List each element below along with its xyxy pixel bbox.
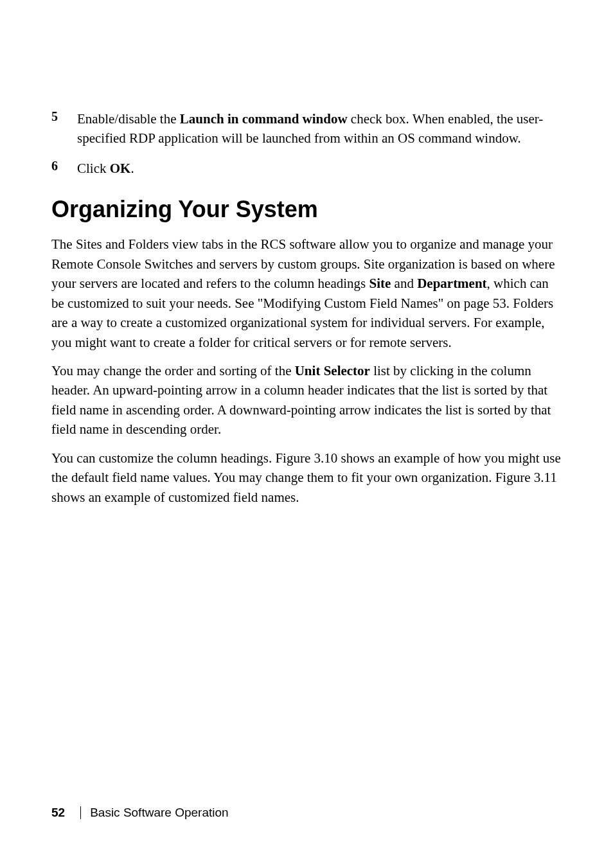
- text-segment: and: [391, 276, 417, 291]
- paragraph-3: You can customize the column headings. F…: [51, 448, 562, 507]
- list-item-5: 5 Enable/disable the Launch in command w…: [51, 109, 562, 148]
- page-footer: 52 Basic Software Operation: [51, 806, 229, 820]
- paragraph-1: The Sites and Folders view tabs in the R…: [51, 235, 562, 352]
- text-segment: Enable/disable the: [77, 111, 180, 127]
- text-segment: .: [130, 161, 134, 176]
- bold-text: Launch in command window: [180, 111, 348, 127]
- paragraph-2: You may change the order and sorting of …: [51, 361, 562, 439]
- bold-text: Unit Selector: [295, 363, 370, 378]
- list-content-6: Click OK.: [77, 159, 134, 178]
- page-number: 52: [51, 806, 65, 820]
- list-content-5: Enable/disable the Launch in command win…: [77, 109, 562, 148]
- section-heading: Organizing Your System: [51, 196, 562, 223]
- list-item-6: 6 Click OK.: [51, 159, 562, 178]
- list-number-6: 6: [51, 159, 77, 178]
- bold-text: Site: [369, 276, 391, 291]
- text-segment: You may change the order and sorting of …: [51, 363, 295, 378]
- footer-section-name: Basic Software Operation: [90, 806, 228, 820]
- footer-divider: [80, 806, 81, 819]
- text-segment: Click: [77, 161, 110, 176]
- bold-text: Department: [417, 276, 486, 291]
- list-number-5: 5: [51, 109, 77, 148]
- bold-text: OK: [110, 161, 131, 176]
